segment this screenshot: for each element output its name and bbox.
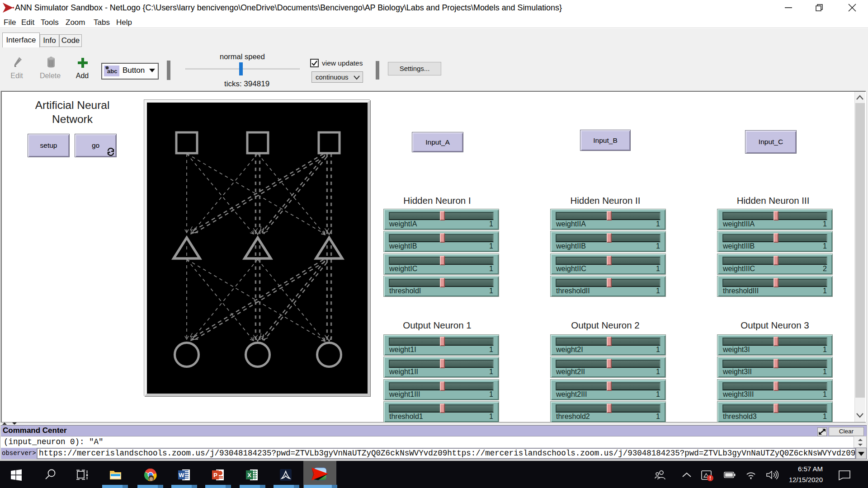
svg-text:!: ! [709,475,711,481]
svg-text:W: W [179,472,184,479]
svg-text:P: P [213,472,217,479]
svg-text:X: X [247,472,251,479]
